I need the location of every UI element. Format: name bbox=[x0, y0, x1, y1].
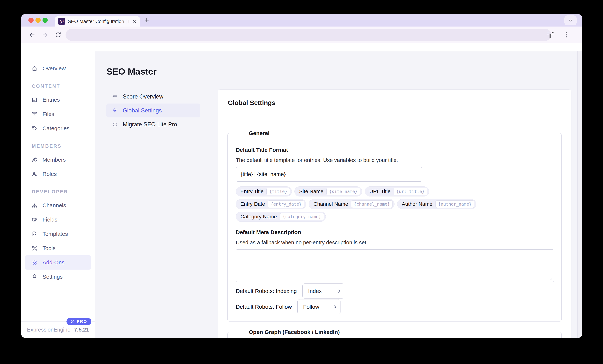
forward-button[interactable] bbox=[42, 32, 48, 38]
sidebar-section-content: CONTENT bbox=[21, 80, 95, 92]
browser-menu-icon[interactable] bbox=[563, 31, 570, 39]
subnav-item-global-settings[interactable]: Global Settings bbox=[106, 103, 200, 117]
sidebar-item-overview[interactable]: Overview bbox=[21, 61, 95, 76]
robots-follow-value: Follow bbox=[303, 304, 319, 310]
sidebar-item-fields[interactable]: Fields bbox=[21, 212, 95, 227]
meta-description-help: Used as a fallback when no per-entry des… bbox=[236, 239, 554, 246]
app-version: 7.5.21 bbox=[74, 327, 89, 333]
title-format-help: The default title template for entries. … bbox=[236, 157, 554, 163]
chip-code: {category_name} bbox=[280, 213, 324, 220]
sidebar-item-tools[interactable]: Tools bbox=[21, 241, 95, 255]
back-button[interactable] bbox=[29, 32, 35, 38]
subnav-item-score-overview[interactable]: Score Overview bbox=[106, 90, 200, 103]
tab-search-chevron-button[interactable] bbox=[564, 15, 577, 25]
chip-label: Site Name bbox=[299, 189, 324, 194]
main-content: SEO Master Score Overview Global Setting… bbox=[95, 51, 582, 338]
robots-indexing-value: Index bbox=[308, 288, 322, 294]
sidebar-footer: PRO ExpressionEngine 7.5.21 bbox=[21, 321, 95, 338]
extension-icon[interactable] bbox=[546, 31, 554, 39]
reload-button[interactable] bbox=[55, 32, 61, 38]
global-settings-panel: Global Settings General Default Title Fo… bbox=[218, 90, 571, 338]
robots-follow-select[interactable]: Follow bbox=[297, 299, 340, 314]
chip-label: Entry Title bbox=[240, 189, 263, 194]
users-icon bbox=[31, 157, 38, 163]
pro-badge[interactable]: PRO bbox=[67, 318, 91, 325]
variable-chip-author-name[interactable]: Author Name {author_name} bbox=[397, 199, 476, 209]
chip-code: {channel_name} bbox=[351, 200, 393, 208]
expressionengine-favicon: (e) bbox=[58, 18, 65, 25]
window-controls bbox=[28, 18, 48, 23]
subnav-item-migrate-seo-lite-pro[interactable]: Migrate SEO Lite Pro bbox=[106, 117, 200, 131]
sidebar-item-members[interactable]: Members bbox=[21, 152, 95, 167]
chevron-down-icon bbox=[568, 18, 573, 23]
maximize-window-button[interactable] bbox=[43, 18, 48, 23]
robots-indexing-select[interactable]: Index bbox=[302, 284, 344, 298]
sidebar-item-label: Tools bbox=[43, 245, 56, 251]
subnav-item-label: Score Overview bbox=[123, 93, 163, 100]
variable-chip-site-name[interactable]: Site Name {site_name} bbox=[294, 186, 362, 196]
sidebar-section-members: MEMBERS bbox=[21, 139, 95, 152]
variable-chip-entry-title[interactable]: Entry Title {title} bbox=[236, 186, 292, 196]
robots-indexing-row: Default Robots: Indexing Index bbox=[236, 284, 554, 298]
newspaper-icon bbox=[31, 97, 38, 103]
checklist-icon bbox=[112, 94, 118, 100]
robots-follow-row: Default Robots: Follow Follow bbox=[236, 299, 554, 314]
sidebar-item-roles[interactable]: Roles bbox=[21, 167, 95, 181]
tools-icon bbox=[31, 245, 38, 251]
addon-subnav: Score Overview Global Settings Migrate S… bbox=[106, 90, 200, 131]
meta-description-label: Default Meta Description bbox=[236, 229, 554, 235]
chip-code: {site_name} bbox=[326, 188, 360, 195]
sidebar-item-categories[interactable]: Categories bbox=[21, 121, 95, 136]
sidebar-item-label: Entries bbox=[43, 97, 60, 103]
close-window-button[interactable] bbox=[28, 18, 34, 23]
close-tab-icon[interactable] bbox=[132, 19, 137, 24]
page-title: SEO Master bbox=[106, 66, 157, 77]
variable-chip-channel-name[interactable]: Channel Name {channel_name} bbox=[309, 199, 394, 209]
sidebar-item-label: Settings bbox=[43, 274, 63, 280]
sidebar-item-label: Add-Ons bbox=[43, 259, 64, 266]
minimize-window-button[interactable] bbox=[35, 18, 41, 23]
title-format-input[interactable] bbox=[236, 167, 422, 182]
sidebar-item-files[interactable]: Files bbox=[21, 107, 95, 121]
browser-tab[interactable]: (e) SEO Master Configuration | Ex bbox=[55, 16, 140, 26]
tab-title-wrap: SEO Master Configuration | Ex bbox=[68, 19, 129, 24]
gear-icon bbox=[112, 108, 118, 114]
sidebar-item-label: Fields bbox=[43, 216, 57, 223]
sidebar-item-label: Categories bbox=[43, 125, 70, 132]
sidebar-item-add-ons[interactable]: Add-Ons bbox=[25, 255, 91, 270]
new-tab-button[interactable] bbox=[143, 17, 150, 23]
chip-code: {url_title} bbox=[394, 188, 427, 195]
scrollbar-track[interactable] bbox=[577, 51, 582, 338]
sidebar-item-channels[interactable]: Channels bbox=[21, 198, 95, 212]
cp-top-bar bbox=[21, 43, 582, 51]
chip-label: Category Name bbox=[240, 214, 277, 220]
panel-header: Global Settings bbox=[218, 90, 571, 116]
sidebar-item-settings[interactable]: Settings bbox=[21, 270, 95, 284]
chip-label: Entry Date bbox=[240, 201, 265, 207]
sidebar-item-label: Templates bbox=[43, 231, 68, 237]
variable-chips: Entry Title {title} Site Name {site_name… bbox=[236, 186, 499, 222]
sidebar-item-entries[interactable]: Entries bbox=[21, 92, 95, 107]
cp-sidebar: Overview CONTENT Entries Files bbox=[21, 51, 95, 338]
address-bar[interactable] bbox=[66, 29, 551, 41]
sync-arrows-icon bbox=[112, 122, 118, 127]
sidebar-item-templates[interactable]: Templates bbox=[21, 227, 95, 241]
robots-follow-label: Default Robots: Follow bbox=[236, 304, 292, 310]
browser-window: (e) SEO Master Configuration | Ex bbox=[21, 14, 582, 338]
tab-title: SEO Master Configuration | Ex bbox=[68, 19, 129, 24]
variable-chip-category-name[interactable]: Category Name {category_name} bbox=[236, 212, 326, 222]
chip-label: Author Name bbox=[402, 201, 432, 207]
sidebar-item-label: Channels bbox=[43, 202, 66, 208]
resize-grip-icon[interactable] bbox=[549, 276, 553, 281]
meta-description-textarea[interactable] bbox=[236, 249, 554, 282]
robots-indexing-label: Default Robots: Indexing bbox=[236, 288, 297, 294]
gear-icon bbox=[31, 274, 38, 280]
sidebar-item-label: Overview bbox=[43, 65, 66, 72]
variable-chip-entry-date[interactable]: Entry Date {entry_date} bbox=[236, 199, 306, 209]
archive-box-icon bbox=[31, 111, 38, 117]
chip-code: {entry_date} bbox=[268, 200, 304, 208]
subnav-item-label: Global Settings bbox=[123, 107, 162, 114]
chip-code: {author_name} bbox=[435, 200, 474, 208]
variable-chip-url-title[interactable]: URL Title {url_title} bbox=[365, 186, 429, 196]
puzzle-icon bbox=[31, 259, 38, 266]
